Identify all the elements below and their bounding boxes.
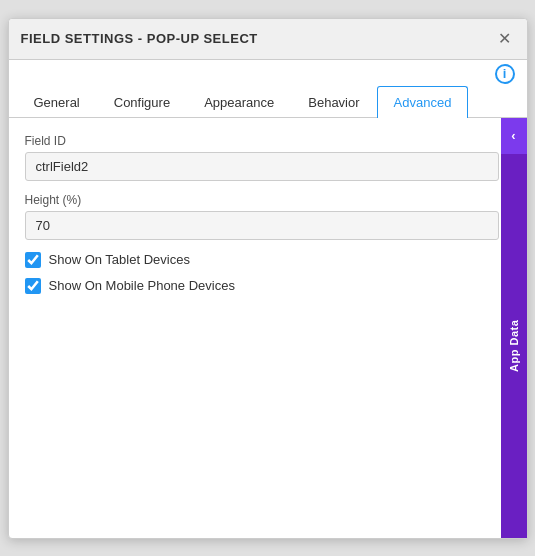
field-id-input[interactable] [25,152,499,181]
chevron-left-button[interactable]: ‹ [501,118,527,154]
tab-appearance[interactable]: Appearance [187,86,291,118]
close-button[interactable]: ✕ [494,29,515,49]
side-panel: ‹ App Data [501,118,527,538]
tabs-container: General Configure Appearance Behavior Ad… [9,86,527,118]
tab-behavior[interactable]: Behavior [291,86,376,118]
height-label: Height (%) [25,193,499,207]
app-data-label: App Data [508,319,520,371]
mobile-checkbox[interactable] [25,278,41,294]
title-bar: FIELD SETTINGS - POP-UP SELECT ✕ [9,19,527,60]
mobile-checkbox-row: Show On Mobile Phone Devices [25,278,499,294]
tablet-label[interactable]: Show On Tablet Devices [49,252,190,267]
field-id-label: Field ID [25,134,499,148]
tablet-checkbox[interactable] [25,252,41,268]
app-data-button[interactable]: App Data [501,154,527,538]
chevron-left-icon: ‹ [511,128,515,143]
dialog-title: FIELD SETTINGS - POP-UP SELECT [21,31,258,46]
height-input[interactable] [25,211,499,240]
info-row: i [9,60,527,86]
info-icon[interactable]: i [495,64,515,84]
tab-configure[interactable]: Configure [97,86,187,118]
tab-general[interactable]: General [17,86,97,118]
tablet-checkbox-row: Show On Tablet Devices [25,252,499,268]
mobile-label[interactable]: Show On Mobile Phone Devices [49,278,235,293]
field-settings-dialog: FIELD SETTINGS - POP-UP SELECT ✕ i Gener… [8,18,528,539]
tab-advanced[interactable]: Advanced [377,86,469,118]
main-content: Field ID Height (%) Show On Tablet Devic… [9,118,527,538]
